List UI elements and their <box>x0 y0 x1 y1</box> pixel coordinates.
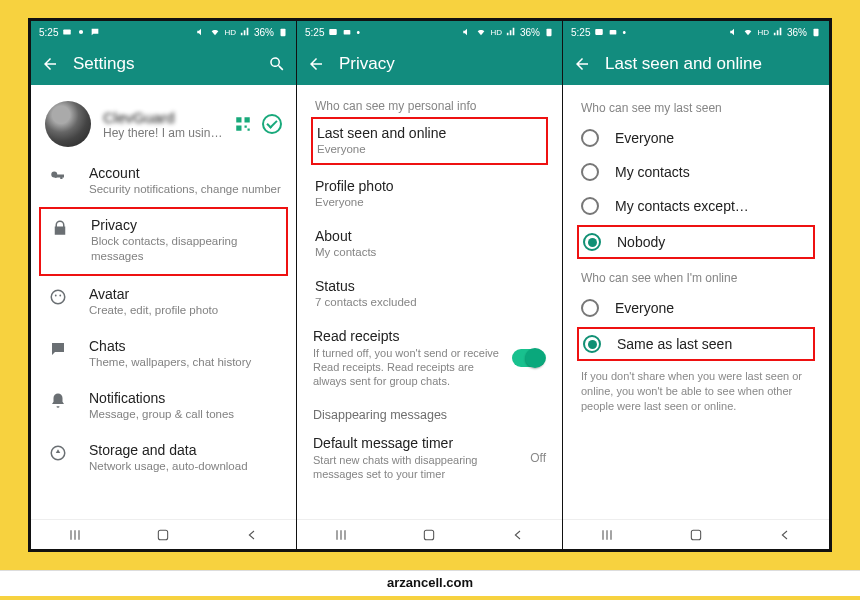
radio-icon <box>581 129 599 147</box>
verified-icon <box>262 114 282 134</box>
profile-row[interactable]: ClevGuard Hey there! I am usin… <box>31 91 296 155</box>
section-last-seen: Who can see my last seen <box>563 91 829 121</box>
privacy-item-read-receipts[interactable]: Read receipts If turned off, you won't s… <box>297 319 562 398</box>
highlight-last-seen: Last seen and online Everyone <box>311 117 548 165</box>
radio-nobody[interactable]: Nobody <box>579 227 813 257</box>
svg-rect-15 <box>547 29 552 37</box>
svg-rect-2 <box>281 29 286 37</box>
read-receipts-toggle[interactable] <box>512 349 546 367</box>
avatar <box>45 101 91 147</box>
watermark: arzancell.com <box>0 570 860 596</box>
section-disappearing: Disappearing messages <box>297 398 562 426</box>
highlight-same-as-last-seen: Same as last seen <box>577 327 815 361</box>
recents-icon[interactable] <box>67 527 83 543</box>
radio-same-as-last-seen[interactable]: Same as last seen <box>579 329 813 359</box>
battery-icon <box>811 27 821 37</box>
back-icon[interactable] <box>573 55 591 73</box>
settings-item-notifications[interactable]: NotificationsMessage, group & call tones <box>31 380 296 432</box>
section-personal-info: Who can see my personal info <box>297 91 562 117</box>
privacy-item-profile-photo[interactable]: Profile photo Everyone <box>297 169 562 219</box>
status-bar: 5:25 • HD 36% <box>297 21 562 43</box>
svg-point-1 <box>79 30 83 34</box>
status-hd: HD <box>224 28 236 37</box>
app-bar: Settings <box>31 43 296 85</box>
mute-icon <box>462 27 472 37</box>
image-icon <box>328 27 338 37</box>
privacy-note: If you don't share when you were last se… <box>563 363 829 422</box>
settings-item-privacy[interactable]: PrivacyBlock contacts, disappearing mess… <box>51 215 278 266</box>
radio-icon <box>581 299 599 317</box>
camera-icon <box>62 27 72 37</box>
lock-icon <box>51 219 69 237</box>
camera-icon <box>342 27 352 37</box>
settings-item-chats[interactable]: ChatsTheme, wallpapers, chat history <box>31 328 296 380</box>
svg-rect-12 <box>159 530 168 539</box>
privacy-item-status[interactable]: Status 7 contacts excluded <box>297 269 562 319</box>
camera-icon <box>608 27 618 37</box>
phone-last-seen: 5:25 • HD 36% Last seen and online Who c… <box>563 21 829 549</box>
recents-icon[interactable] <box>333 527 349 543</box>
svg-point-10 <box>59 294 61 296</box>
back-icon[interactable] <box>307 55 325 73</box>
mute-icon <box>729 27 739 37</box>
recents-icon[interactable] <box>599 527 615 543</box>
svg-point-9 <box>55 294 57 296</box>
status-bar: 5:25 HD 36% <box>31 21 296 43</box>
home-icon[interactable] <box>688 527 704 543</box>
signal-icon <box>240 27 250 37</box>
back-nav-icon[interactable] <box>510 527 526 543</box>
android-nav <box>563 519 829 549</box>
svg-rect-7 <box>248 129 250 131</box>
bell-icon <box>49 392 67 410</box>
gear-icon <box>76 27 86 37</box>
battery-icon <box>544 27 554 37</box>
svg-rect-6 <box>245 126 247 128</box>
svg-rect-18 <box>610 30 617 35</box>
profile-status: Hey there! I am usin… <box>103 126 234 140</box>
wifi-icon <box>210 27 220 37</box>
data-icon <box>49 444 67 462</box>
key-icon <box>49 167 67 185</box>
radio-my-contacts[interactable]: My contacts <box>563 155 829 189</box>
highlight-privacy: PrivacyBlock contacts, disappearing mess… <box>39 207 288 276</box>
svg-rect-16 <box>425 530 434 539</box>
timer-value: Off <box>530 451 546 465</box>
radio-online-everyone[interactable]: Everyone <box>563 291 829 325</box>
privacy-item-last-seen[interactable]: Last seen and online Everyone <box>313 119 546 163</box>
highlight-nobody: Nobody <box>577 225 815 259</box>
status-bar: 5:25 • HD 36% <box>563 21 829 43</box>
back-nav-icon[interactable] <box>244 527 260 543</box>
app-bar: Last seen and online <box>563 43 829 85</box>
radio-icon <box>581 197 599 215</box>
page-title: Privacy <box>339 54 395 74</box>
home-icon[interactable] <box>421 527 437 543</box>
more-icon: • <box>622 27 626 38</box>
settings-item-avatar[interactable]: AvatarCreate, edit, profile photo <box>31 276 296 328</box>
wifi-icon <box>476 27 486 37</box>
signal-icon <box>773 27 783 37</box>
android-nav <box>31 519 296 549</box>
radio-everyone[interactable]: Everyone <box>563 121 829 155</box>
radio-selected-icon <box>583 233 601 251</box>
back-icon[interactable] <box>41 55 59 73</box>
face-icon <box>49 288 67 306</box>
settings-item-account[interactable]: AccountSecurity notifications, change nu… <box>31 155 296 207</box>
back-nav-icon[interactable] <box>777 527 793 543</box>
page-title: Last seen and online <box>605 54 762 74</box>
svg-rect-14 <box>344 30 351 35</box>
privacy-item-about[interactable]: About My contacts <box>297 219 562 269</box>
home-icon[interactable] <box>155 527 171 543</box>
status-battery: 36% <box>254 27 274 38</box>
phone-settings: 5:25 HD 36% Settings ClevGuard Hey there… <box>31 21 297 549</box>
mute-icon <box>196 27 206 37</box>
settings-item-storage[interactable]: Storage and dataNetwork usage, auto-down… <box>31 432 296 484</box>
battery-icon <box>278 27 288 37</box>
radio-my-contacts-except[interactable]: My contacts except… <box>563 189 829 223</box>
svg-rect-0 <box>64 30 72 35</box>
search-icon[interactable] <box>268 55 286 73</box>
svg-rect-20 <box>691 530 700 539</box>
privacy-item-default-timer[interactable]: Default message timer Start new chats wi… <box>297 426 562 491</box>
qr-icon[interactable] <box>234 115 252 133</box>
more-icon: • <box>356 27 360 38</box>
signal-icon <box>506 27 516 37</box>
